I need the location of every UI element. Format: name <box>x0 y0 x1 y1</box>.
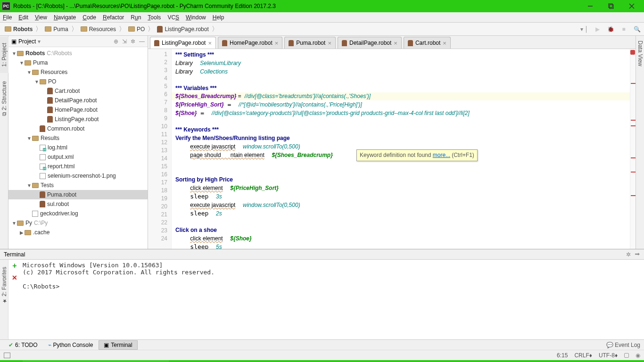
run-config-dropdown[interactable]: ▾ │ <box>580 25 588 33</box>
close-tab-icon[interactable]: × <box>443 40 446 47</box>
collapse-icon[interactable]: ⇲ <box>122 38 127 45</box>
terminal-output[interactable]: Microsoft Windows [Version 10.0.15063] (… <box>21 260 644 339</box>
settings-icon[interactable]: ✲ <box>131 38 135 45</box>
menu-edit[interactable]: Edit <box>18 14 28 21</box>
breadcrumb-item[interactable]: ListingPage.robot <box>155 25 210 33</box>
taskbar-app-store[interactable] <box>256 360 277 362</box>
close-tab-icon[interactable]: × <box>208 40 212 47</box>
taskbar-app-firefox[interactable] <box>234 360 256 362</box>
minimize-button[interactable] <box>580 0 601 12</box>
tree-node[interactable]: output.xml <box>8 152 148 162</box>
breadcrumb-item[interactable]: Robots <box>3 25 34 33</box>
menu-navigate[interactable]: Navigate <box>54 14 76 21</box>
bottom-tab-terminal[interactable]: ▣Terminal <box>99 340 137 350</box>
folder-icon <box>5 26 11 32</box>
terminal-hide-icon[interactable]: ⮕ <box>635 251 640 258</box>
tree-node[interactable]: report.html <box>8 162 148 171</box>
svg-rect-2 <box>610 5 613 8</box>
tree-node[interactable]: ▼RobotsC:\Robots <box>8 49 148 58</box>
menu-view[interactable]: View <box>35 14 47 21</box>
menu-file[interactable]: File <box>3 14 12 21</box>
taskbar-app-pycharm[interactable]: PC <box>364 360 386 362</box>
taskbar-app-edge[interactable]: e <box>277 360 299 362</box>
start-button[interactable] <box>0 360 23 362</box>
menu-tools[interactable]: Tools <box>148 14 161 21</box>
hide-icon[interactable]: — <box>139 38 145 45</box>
right-sidebar: Data View <box>636 36 644 249</box>
breadcrumb-item[interactable]: Resources <box>79 25 118 33</box>
lock-icon[interactable] <box>624 353 629 358</box>
code-editor[interactable]: *** Settings *** Library SeleniumLibrary… <box>172 49 636 249</box>
tree-node[interactable]: ▶.cache <box>8 228 148 237</box>
menu-refactor[interactable]: Refactor <box>103 14 124 21</box>
tree-node[interactable]: ▼Tests <box>8 181 148 190</box>
menu-vcs[interactable]: VCS <box>167 14 179 21</box>
menu-help[interactable]: Help <box>213 14 224 21</box>
tree-node[interactable]: ▼Results <box>8 133 148 143</box>
sidebar-tab-dataview[interactable]: Data View <box>636 36 644 71</box>
tree-node[interactable]: DetailPage.robot <box>8 96 148 105</box>
taskbar-app-chrome[interactable] <box>342 360 364 362</box>
taskbar-app-fileexplorer[interactable] <box>321 360 342 362</box>
project-panel-title[interactable]: Project <box>18 38 36 45</box>
menu-code[interactable]: Code <box>83 14 96 21</box>
tree-node[interactable]: log.html <box>8 143 148 152</box>
error-stripe[interactable] <box>630 49 636 249</box>
sidebar-tab-project[interactable]: 1: Project <box>0 37 8 73</box>
tree-node[interactable]: Puma.robot <box>8 190 148 199</box>
taskbar-app-cmd[interactable]: >_ <box>386 360 407 362</box>
cursor-position[interactable]: 6:15 <box>557 352 568 359</box>
editor-tab[interactable]: DetailPage.robot× <box>338 37 402 49</box>
close-button[interactable] <box>621 0 642 12</box>
bottom-tab-todo[interactable]: ✔6: TODO <box>4 340 42 350</box>
run-button[interactable]: ▶ <box>593 25 602 33</box>
tree-node[interactable]: Cart.robot <box>8 86 148 96</box>
tree-node[interactable]: Common.robot <box>8 124 148 133</box>
taskbar-app-explorer[interactable] <box>190 360 212 362</box>
inspection-icon[interactable]: ◉ <box>636 352 640 359</box>
line-separator[interactable]: CRLF♦ <box>574 352 592 359</box>
editor-tab[interactable]: ListingPage.robot× <box>150 37 216 49</box>
editor-tab[interactable]: Cart.robot× <box>404 37 451 49</box>
tooltip-more-link[interactable]: more... <box>433 152 450 158</box>
taskbar-app-mail[interactable] <box>299 360 321 362</box>
project-tree[interactable]: ▼RobotsC:\Robots▼Puma▼Resources▼POCart.r… <box>8 47 148 249</box>
tree-node[interactable]: ▼PyC:\Py <box>8 218 148 228</box>
sidebar-tab-favorites[interactable]: ★ 2: Favorites <box>0 261 8 310</box>
terminal-settings-icon[interactable]: ✲ <box>626 251 631 258</box>
terminal-header: Terminal ✲ ⮕ <box>0 249 644 260</box>
stop-button[interactable]: ■ <box>619 25 628 33</box>
event-log-button[interactable]: 💬 Event Log <box>606 342 640 348</box>
close-tab-icon[interactable]: × <box>394 40 397 47</box>
tree-node[interactable]: selenium-screenshot-1.png <box>8 171 148 181</box>
breadcrumb-item[interactable]: PO <box>126 25 147 33</box>
editor-tab[interactable]: HomePage.robot× <box>218 37 282 49</box>
editor-tab[interactable]: Puma.robot× <box>284 37 336 49</box>
close-tab-icon[interactable]: × <box>328 40 331 47</box>
tree-node[interactable]: HomePage.robot <box>8 105 148 115</box>
close-terminal-button[interactable]: ✕ <box>12 274 17 281</box>
sidebar-tab-structure[interactable]: ⧉ 2: Structure <box>0 75 8 122</box>
menu-run[interactable]: Run <box>131 14 141 21</box>
tree-node[interactable]: geckodriver.log <box>8 209 148 218</box>
maximize-button[interactable] <box>601 0 621 12</box>
bottom-tab-python-console[interactable]: ⌁Python Console <box>43 340 98 350</box>
tree-node[interactable]: ListingPage.robot <box>8 115 148 124</box>
task-view-button[interactable] <box>169 360 190 362</box>
statusbar-toggle-icon[interactable] <box>4 353 10 358</box>
file-encoding[interactable]: UTF-8♦ <box>599 352 618 359</box>
tree-node[interactable]: ▼Puma <box>8 58 148 67</box>
close-tab-icon[interactable]: × <box>275 40 279 47</box>
taskbar-app-paint[interactable] <box>212 360 234 362</box>
main-content: 1: Project ⧉ 2: Structure ▣Project▾ ⊕ ⇲ … <box>0 36 644 249</box>
menu-window[interactable]: Window <box>186 14 206 21</box>
tree-node[interactable]: ▼Resources <box>8 67 148 77</box>
tree-node[interactable]: ▼PO <box>8 77 148 86</box>
new-terminal-button[interactable]: + <box>12 262 17 270</box>
breadcrumb-item[interactable]: Puma <box>43 25 70 33</box>
tree-node[interactable]: sul.robot <box>8 199 148 209</box>
autoscroll-icon[interactable]: ⊕ <box>114 38 118 45</box>
debug-button[interactable]: 🐞 <box>606 25 615 33</box>
search-everywhere-button[interactable]: 🔍 <box>633 25 641 33</box>
taskbar-search[interactable]: Type here to search <box>23 360 169 362</box>
